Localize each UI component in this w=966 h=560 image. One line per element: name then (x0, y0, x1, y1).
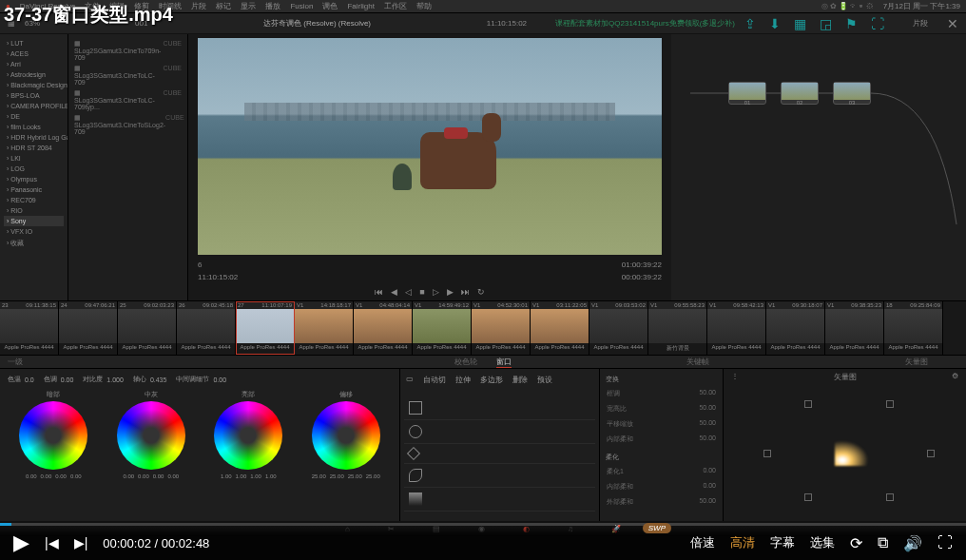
color-wheel-亮部[interactable]: 亮部1.001.001.001.00 (203, 390, 295, 479)
menu-help[interactable]: 帮助 (416, 1, 432, 11)
clips-panel-label[interactable]: 片段 (913, 18, 928, 29)
clip-thumbnail[interactable]: V109:55:58:23新竹背景 (648, 301, 707, 355)
menu-mark[interactable]: 标记 (216, 1, 231, 11)
clip-thumbnail[interactable]: V114:18:18:17Apple ProRes 4444 (295, 301, 354, 355)
window-tool-preset[interactable]: 预设 (537, 375, 552, 385)
menu-clip[interactable]: 片段 (191, 1, 206, 11)
color-param[interactable]: 色调0.00 (44, 375, 74, 384)
node-03[interactable]: 03 (833, 82, 871, 105)
lut-folder-item[interactable]: LOG (4, 164, 64, 174)
clip-thumbnail[interactable]: V104:48:04:14Apple ProRes 4444 (354, 301, 413, 355)
loop-icon[interactable]: ⟳ (850, 534, 862, 552)
menu-playback[interactable]: 播放 (265, 1, 280, 11)
fullscreen-icon[interactable]: ⛶ (937, 534, 953, 551)
lut-folder-item[interactable]: CAMERA PROFILES (4, 101, 64, 111)
step-back-icon[interactable]: ◀ (391, 287, 397, 297)
clip-thumbnail[interactable]: 2309:11:38:15Apple ProRes 4444 (0, 301, 59, 355)
param-row[interactable]: 宽高比50.00 (604, 401, 719, 416)
shape-rect[interactable] (404, 396, 595, 420)
viewer-image[interactable] (198, 38, 662, 255)
lut-folder-item[interactable]: 收藏 (4, 237, 64, 250)
window-tool-rect[interactable]: ▭ (406, 375, 414, 385)
lut-file-item[interactable]: ▦ SLog2SGamut3.CineTo709n-709CUBE (72, 38, 184, 63)
first-frame-icon[interactable]: ⏮ (375, 287, 383, 297)
play-button[interactable]: ▶ (13, 531, 29, 555)
param-row[interactable]: 框调50.00 (604, 386, 719, 401)
menu-workspace[interactable]: 工作区 (384, 1, 407, 11)
vectorscope-label[interactable]: 矢量图 (905, 357, 928, 367)
clip-thumbnail[interactable]: V109:03:53:02Apple ProRes 4444 (589, 301, 648, 355)
lut-file-item[interactable]: ▦ SLog3SGamut3.CineToSLog2-709CUBE (72, 112, 184, 137)
node-02[interactable]: 02 (781, 82, 819, 105)
last-frame-icon[interactable]: ⏭ (461, 287, 470, 297)
window-tool-stretch[interactable]: 拉伸 (455, 375, 471, 385)
menu-color[interactable]: 调色 (322, 1, 338, 11)
param-row[interactable]: 外部柔和50.00 (604, 494, 719, 510)
param-row[interactable]: 内部柔和50.00 (604, 432, 719, 447)
prev-button[interactable]: |◀ (45, 535, 59, 550)
lut-folder-item[interactable]: Panasonic (4, 184, 64, 195)
color-wheel-暗部[interactable]: 暗部0.000.000.000.00 (8, 390, 100, 479)
lut-folder-item[interactable]: LUT (4, 38, 64, 48)
lut-folder-item[interactable]: Arri (4, 59, 64, 69)
clip-thumbnail[interactable]: V114:59:49:12Apple ProRes 4444 (413, 301, 472, 355)
shape-gradient[interactable] (404, 488, 595, 512)
color-param[interactable]: 轴心0.435 (133, 375, 167, 384)
expand-icon[interactable]: ⛶ (871, 16, 884, 31)
volume-icon[interactable]: 🔊 (903, 534, 922, 552)
lut-folder-item[interactable]: BPS-LOA (4, 90, 64, 101)
lut-folder-item[interactable]: HDR Hybrid Log Gamma (4, 132, 64, 143)
quality-button[interactable]: 高清 (730, 534, 755, 551)
download-icon[interactable]: ⬇ (769, 16, 781, 31)
clip-thumbnail[interactable]: V103:11:22:05Apple ProRes 4444 (531, 301, 589, 355)
next-button[interactable]: ▶| (74, 535, 88, 550)
tab-color-wheels[interactable]: 校色轮 (454, 357, 477, 367)
menu-fusion[interactable]: Fusion (290, 2, 313, 10)
color-param[interactable]: 色温0.0 (8, 375, 34, 384)
scope-settings-icon[interactable]: ⚙ (952, 372, 958, 382)
color-param[interactable]: 中间调细节0.00 (176, 375, 226, 384)
shape-circle[interactable] (404, 420, 595, 444)
clip-thumbnail[interactable]: 1809:25:84:09Apple ProRes 4444 (884, 301, 943, 355)
speed-button[interactable]: 倍速 (690, 534, 715, 551)
clip-thumbnail[interactable]: 2711:10:07:19Apple ProRes 4444 (236, 301, 295, 355)
lut-folder-item[interactable]: RIO (4, 205, 64, 216)
window-tool-auto[interactable]: 自动切 (423, 375, 446, 385)
lut-file-item[interactable]: ▦ SLog3SGamut3.CineToLC-709typ...CUBE (72, 87, 184, 112)
node-01[interactable]: 01 (728, 82, 766, 105)
lut-folder-item[interactable]: HDR ST 2084 (4, 143, 64, 153)
window-tool-polygon[interactable]: 多边形 (480, 375, 503, 385)
share-icon[interactable]: ⇪ (744, 16, 756, 31)
clip-thumbnail[interactable]: 2409:47:06:21Apple ProRes 4444 (59, 301, 118, 355)
shape-polygon[interactable] (404, 444, 595, 464)
clip-thumbnail[interactable]: V109:58:42:13Apple ProRes 4444 (707, 301, 766, 355)
lut-folder-item[interactable]: VFX IO (4, 226, 64, 237)
lut-folder-item[interactable]: Olympus (4, 174, 64, 184)
color-wheel-中灰[interactable]: 中灰0.000.000.000.00 (106, 390, 198, 479)
grid-icon[interactable]: ▦ (794, 16, 806, 31)
lut-folder-item[interactable]: ACES (4, 48, 64, 59)
flag-icon[interactable]: ⚑ (845, 16, 858, 31)
clip-thumbnail[interactable]: 2609:02:45:18Apple ProRes 4444 (177, 301, 236, 355)
episodes-button[interactable]: 选集 (810, 534, 835, 551)
clip-thumbnail-strip[interactable]: 2309:11:38:15Apple ProRes 44442409:47:06… (0, 300, 966, 356)
param-row[interactable]: 内部柔和0.00 (604, 479, 719, 494)
pip-icon[interactable]: ⧉ (878, 534, 888, 551)
menu-fairlight[interactable]: Fairlight (347, 2, 374, 10)
clip-thumbnail[interactable]: 2509:02:03:23Apple ProRes 4444 (118, 301, 177, 355)
scope-options-icon[interactable]: ⋮ (731, 372, 739, 382)
subtitle-button[interactable]: 字幕 (770, 534, 795, 551)
loop-icon[interactable]: ↻ (477, 287, 485, 297)
close-icon[interactable]: ✕ (947, 16, 958, 31)
param-row[interactable]: 柔化10.00 (604, 464, 719, 479)
lut-folder-item[interactable]: Astrodesign (4, 69, 64, 80)
node-graph[interactable]: 01 02 03 (671, 34, 966, 300)
color-param[interactable]: 对比度1.000 (83, 375, 124, 384)
lut-folder-item[interactable]: LKI (4, 153, 64, 164)
shape-curve[interactable] (404, 464, 595, 488)
param-row[interactable]: 平移缩放50.00 (604, 416, 719, 432)
lut-file-item[interactable]: ▦ SLog3SGamut3.CineToLC-709CUBE (72, 63, 184, 87)
lut-folder-item[interactable]: Blackmagic Design (4, 80, 64, 90)
color-wheel-偏移[interactable]: 偏移25.0025.0025.0025.00 (300, 390, 393, 479)
lut-folder-item[interactable]: DE (4, 111, 64, 122)
